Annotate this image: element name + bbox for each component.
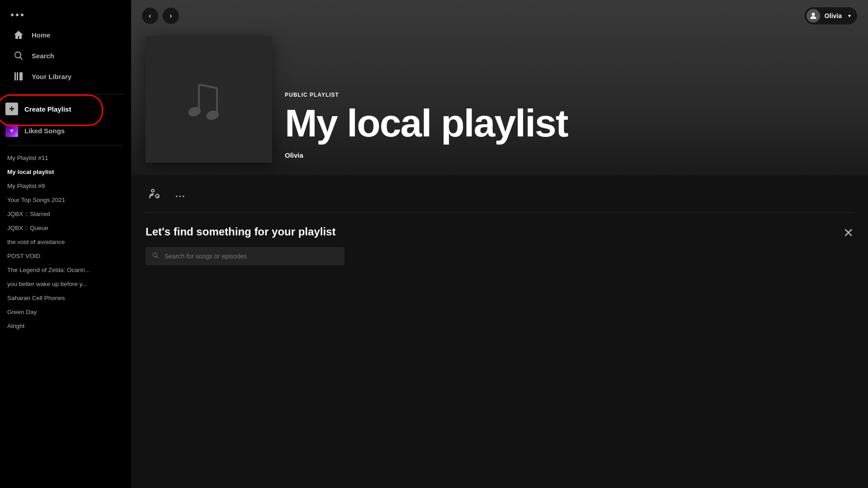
- dot: [21, 14, 24, 16]
- user-name: Olivia: [825, 12, 842, 19]
- playlist-list: My Playlist #11 My local playlist My Pla…: [0, 149, 131, 488]
- svg-line-8: [199, 84, 217, 88]
- library-icon: [13, 70, 24, 82]
- list-item[interactable]: Your Top Songs 2021: [4, 193, 127, 207]
- create-playlist-label: Create Playlist: [24, 105, 71, 113]
- sidebar-divider-top: [7, 94, 124, 94]
- find-section: Let's find something for your playlist ✕: [131, 213, 868, 488]
- playlist-cover: [146, 36, 272, 163]
- svg-rect-0: [14, 72, 16, 80]
- page-title: My local playlist: [285, 103, 854, 142]
- list-item[interactable]: you better wake up before y...: [4, 277, 127, 291]
- playlist-type-label: PUBLIC PLAYLIST: [285, 92, 854, 98]
- top-bar: ‹ › Olivia ▾: [131, 0, 868, 32]
- actions-bar: ...: [131, 175, 868, 212]
- more-dots: ...: [175, 189, 186, 199]
- list-item[interactable]: The Legend of Zelda: Ocarin...: [4, 263, 127, 277]
- list-item[interactable]: Saharan Cell Phones: [4, 291, 127, 305]
- list-item[interactable]: My Playlist #11: [4, 151, 127, 165]
- dot: [16, 14, 19, 16]
- list-item[interactable]: POST VOID: [4, 249, 127, 263]
- list-item[interactable]: My local playlist: [4, 165, 127, 179]
- dots-menu[interactable]: [7, 9, 124, 24]
- liked-songs-label: Liked Songs: [24, 127, 65, 135]
- search-icon: [152, 252, 159, 261]
- liked-songs-button[interactable]: ♥ Liked Songs: [0, 120, 131, 141]
- song-search-input[interactable]: [146, 247, 344, 265]
- dot: [11, 14, 14, 16]
- list-item[interactable]: Green Day: [4, 305, 127, 319]
- sidebar-item-search-label: Search: [32, 52, 54, 60]
- list-item[interactable]: Alright: [4, 319, 127, 333]
- back-button[interactable]: ‹: [142, 8, 158, 24]
- find-section-title: Let's find something for your playlist: [146, 225, 854, 238]
- sidebar-item-home[interactable]: Home: [7, 24, 124, 45]
- avatar: [807, 9, 820, 23]
- svg-point-3: [812, 13, 815, 16]
- main-content: ‹ › Olivia ▾: [131, 0, 868, 488]
- close-button[interactable]: ✕: [843, 225, 854, 240]
- search-icon: [13, 50, 24, 61]
- user-menu[interactable]: Olivia ▾: [805, 7, 857, 24]
- svg-rect-1: [17, 72, 18, 80]
- more-options-button[interactable]: ...: [175, 189, 186, 199]
- home-icon: [13, 29, 24, 41]
- create-playlist-button[interactable]: + Create Playlist: [0, 98, 131, 120]
- list-item[interactable]: My Playlist #9: [4, 179, 127, 193]
- playlist-info: PUBLIC PLAYLIST My local playlist Olivia: [285, 92, 854, 163]
- forward-button[interactable]: ›: [163, 8, 179, 24]
- chevron-down-icon: ▾: [848, 13, 851, 19]
- list-item[interactable]: JQBX :: Starred: [4, 207, 127, 221]
- sidebar-item-library-label: Your Library: [32, 73, 71, 80]
- playlist-owner: Olivia: [285, 151, 854, 159]
- liked-songs-icon: ♥: [5, 124, 18, 137]
- add-follower-button[interactable]: [146, 184, 165, 203]
- plus-icon: +: [5, 103, 18, 115]
- sidebar-item-search[interactable]: Search: [7, 45, 124, 66]
- sidebar-divider-bottom: [7, 145, 124, 145]
- list-item[interactable]: JQBX :: Queue: [4, 221, 127, 235]
- sidebar: Home Search Your Library: [0, 0, 131, 488]
- list-item[interactable]: the void of avoidance: [4, 235, 127, 249]
- sidebar-item-library[interactable]: Your Library: [7, 66, 124, 87]
- svg-rect-2: [19, 72, 23, 80]
- sidebar-item-home-label: Home: [32, 31, 51, 39]
- nav-arrows: ‹ ›: [142, 8, 179, 24]
- sidebar-top: Home Search Your Library: [0, 0, 131, 90]
- song-search-container: [146, 247, 344, 265]
